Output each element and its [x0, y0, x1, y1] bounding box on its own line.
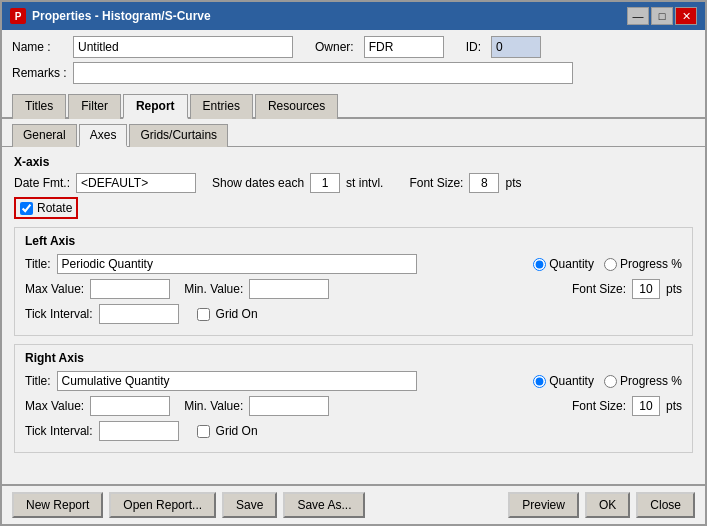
id-label: ID:: [466, 40, 481, 54]
name-label: Name :: [12, 40, 67, 54]
right-min-label: Min. Value:: [184, 399, 243, 413]
owner-input[interactable]: [364, 36, 444, 58]
right-max-input[interactable]: [90, 396, 170, 416]
left-tick-input[interactable]: [99, 304, 179, 324]
remarks-input[interactable]: [73, 62, 573, 84]
tab-titles[interactable]: Titles: [12, 94, 66, 119]
xaxis-rotate-row: Rotate: [14, 197, 693, 219]
main-tab-bar: Titles Filter Report Entries Resources: [2, 92, 705, 119]
right-max-label: Max Value:: [25, 399, 84, 413]
right-prog-label[interactable]: Progress %: [620, 374, 682, 388]
right-grid-checkbox[interactable]: [197, 425, 210, 438]
left-font-size-label: Font Size:: [572, 282, 626, 296]
right-qty-label[interactable]: Quantity: [549, 374, 594, 388]
left-qty-radio[interactable]: [533, 258, 546, 271]
left-title-label: Title:: [25, 257, 51, 271]
right-font-size-label: Font Size:: [572, 399, 626, 413]
left-qty-label[interactable]: Quantity: [549, 257, 594, 271]
left-min-input[interactable]: [249, 279, 329, 299]
xaxis-date-row: Date Fmt.: Show dates each st intvl. Fon…: [14, 173, 693, 193]
top-form: Name : Owner: ID: Remarks :: [2, 30, 705, 92]
xaxis-label: X-axis: [14, 155, 693, 169]
left-grid-label[interactable]: Grid On: [216, 307, 258, 321]
name-row: Name : Owner: ID:: [12, 36, 695, 58]
content-panel: X-axis Date Fmt.: Show dates each st int…: [2, 147, 705, 484]
tab-entries[interactable]: Entries: [190, 94, 253, 119]
minimize-button[interactable]: —: [627, 7, 649, 25]
left-min-label: Min. Value:: [184, 282, 243, 296]
new-report-button[interactable]: New Report: [12, 492, 103, 518]
xaxis-section: X-axis Date Fmt.: Show dates each st int…: [14, 155, 693, 219]
tab-resources[interactable]: Resources: [255, 94, 338, 119]
left-font-size-input[interactable]: [632, 279, 660, 299]
bottom-bar: New Report Open Report... Save Save As..…: [2, 484, 705, 524]
date-fmt-label: Date Fmt.:: [14, 176, 70, 190]
show-dates-suffix: st intvl.: [346, 176, 383, 190]
date-fmt-input[interactable]: [76, 173, 196, 193]
left-axis-title-row: Title: Quantity Progress %: [25, 254, 682, 274]
right-grid-label[interactable]: Grid On: [216, 424, 258, 438]
right-font-size-suffix: pts: [666, 399, 682, 413]
right-radio-group: Quantity Progress %: [533, 374, 682, 388]
restore-button[interactable]: □: [651, 7, 673, 25]
right-radio-qty: Quantity: [533, 374, 594, 388]
left-axis-minmax-row: Max Value: Min. Value: Font Size: pts: [25, 279, 682, 299]
left-max-input[interactable]: [90, 279, 170, 299]
title-bar-controls: — □ ✕: [627, 7, 697, 25]
right-axis-tick-row: Tick Interval: Grid On: [25, 421, 682, 441]
font-size-label-x: Font Size:: [409, 176, 463, 190]
left-grid-checkbox[interactable]: [197, 308, 210, 321]
left-prog-label[interactable]: Progress %: [620, 257, 682, 271]
left-axis-label: Left Axis: [25, 234, 682, 248]
right-axis-label: Right Axis: [25, 351, 682, 365]
left-radio-group: Quantity Progress %: [533, 257, 682, 271]
font-size-input-x[interactable]: [469, 173, 499, 193]
preview-button[interactable]: Preview: [508, 492, 579, 518]
close-button[interactable]: Close: [636, 492, 695, 518]
window-icon: P: [10, 8, 26, 24]
open-report-button[interactable]: Open Report...: [109, 492, 216, 518]
right-axis-section: Right Axis Title: Quantity Progress % Ma…: [14, 344, 693, 453]
right-min-input[interactable]: [249, 396, 329, 416]
left-title-input[interactable]: [57, 254, 417, 274]
rotate-wrapper: Rotate: [14, 197, 78, 219]
right-title-input[interactable]: [57, 371, 417, 391]
sub-tab-general[interactable]: General: [12, 124, 77, 147]
tab-report[interactable]: Report: [123, 94, 188, 119]
show-dates-label: Show dates each: [212, 176, 304, 190]
left-prog-radio[interactable]: [604, 258, 617, 271]
name-input[interactable]: [73, 36, 293, 58]
save-as-button[interactable]: Save As...: [283, 492, 365, 518]
right-tick-input[interactable]: [99, 421, 179, 441]
left-max-label: Max Value:: [25, 282, 84, 296]
show-dates-input[interactable]: [310, 173, 340, 193]
close-window-button[interactable]: ✕: [675, 7, 697, 25]
remarks-label: Remarks :: [12, 66, 67, 80]
left-axis-tick-row: Tick Interval: Grid On: [25, 304, 682, 324]
sub-tab-grids[interactable]: Grids/Curtains: [129, 124, 228, 147]
sub-tab-bar: General Axes Grids/Curtains: [2, 123, 705, 147]
left-font-size-suffix: pts: [666, 282, 682, 296]
right-title-label: Title:: [25, 374, 51, 388]
title-bar-text: P Properties - Histogram/S-Curve: [10, 8, 211, 24]
remarks-row: Remarks :: [12, 62, 695, 84]
left-axis-section: Left Axis Title: Quantity Progress % Max…: [14, 227, 693, 336]
id-input[interactable]: [491, 36, 541, 58]
rotate-label[interactable]: Rotate: [37, 201, 72, 215]
right-tick-label: Tick Interval:: [25, 424, 93, 438]
sub-tab-axes[interactable]: Axes: [79, 124, 128, 147]
right-axis-title-row: Title: Quantity Progress %: [25, 371, 682, 391]
left-radio-qty: Quantity: [533, 257, 594, 271]
save-button[interactable]: Save: [222, 492, 277, 518]
right-font-size-input[interactable]: [632, 396, 660, 416]
right-axis-minmax-row: Max Value: Min. Value: Font Size: pts: [25, 396, 682, 416]
rotate-checkbox[interactable]: [20, 202, 33, 215]
font-size-suffix-x: pts: [505, 176, 521, 190]
left-tick-label: Tick Interval:: [25, 307, 93, 321]
right-radio-prog: Progress %: [604, 374, 682, 388]
tab-filter[interactable]: Filter: [68, 94, 121, 119]
right-prog-radio[interactable]: [604, 375, 617, 388]
title-bar: P Properties - Histogram/S-Curve — □ ✕: [2, 2, 705, 30]
right-qty-radio[interactable]: [533, 375, 546, 388]
ok-button[interactable]: OK: [585, 492, 630, 518]
